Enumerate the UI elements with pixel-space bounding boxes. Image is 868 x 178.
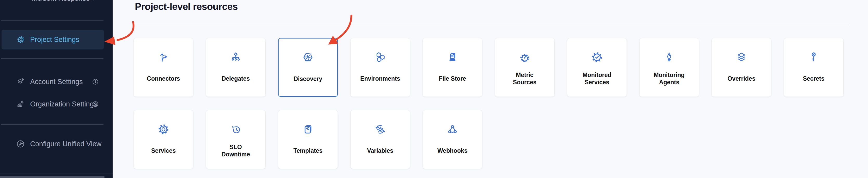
resource-card-label: Services <box>136 143 191 159</box>
resource-card-label: Monitored Services <box>569 70 624 87</box>
resource-card-label: File Store <box>425 70 480 87</box>
resource-card-webhooks[interactable]: Webhooks <box>423 110 482 169</box>
resource-card-templates[interactable]: Templates <box>278 110 338 169</box>
resource-card-secrets[interactable]: Secrets <box>784 38 844 97</box>
page-title: Project-level resources <box>135 1 238 12</box>
variables-icon <box>374 123 386 135</box>
environments-icon <box>374 51 386 63</box>
resource-card-label: Overrides <box>714 70 769 87</box>
sidebar-item-organization-settings[interactable]: Organization Settings <box>0 96 113 112</box>
resource-card-delegates[interactable]: Delegates <box>206 38 266 97</box>
resource-card-variables[interactable]: Variables <box>350 110 410 169</box>
organization-settings-icon <box>17 100 25 108</box>
resource-card-label: Connectors <box>136 70 191 87</box>
secrets-key-icon <box>808 51 820 63</box>
resource-card-label: Discovery <box>281 71 335 87</box>
account-settings-layers-icon <box>17 78 25 86</box>
sidebar-item-configure-unified-view[interactable]: Configure Unified View <box>0 136 113 152</box>
sidebar-item-project-settings[interactable]: Project Settings <box>2 30 104 50</box>
resource-card-label: Environments <box>353 70 408 87</box>
resource-card-services[interactable]: Services <box>133 110 193 169</box>
resource-card-slo-downtime[interactable]: SLO Downtime <box>206 110 266 169</box>
connectors-icon <box>157 51 169 63</box>
gear-icon <box>17 35 25 44</box>
resource-card-label: Webhooks <box>425 143 480 159</box>
resource-card-label: Secrets <box>786 70 841 87</box>
sidebar-divider <box>1 124 103 125</box>
sidebar-divider <box>1 20 103 21</box>
metric-sources-icon <box>519 51 531 63</box>
sidebar-divider <box>1 58 103 59</box>
resource-card-label: Monitoring Agents <box>642 70 697 87</box>
webhooks-icon <box>446 123 458 135</box>
discovery-icon <box>302 51 314 63</box>
sidebar-horizontal-scrollbar[interactable] <box>0 176 104 178</box>
resource-card-metric-sources[interactable]: Metric Sources <box>495 38 555 97</box>
main-content: Project-level resources Connectors <box>114 0 868 178</box>
resource-card-label: Delegates <box>208 70 263 87</box>
resource-card-label: Variables <box>353 143 408 159</box>
slo-downtime-icon <box>230 123 242 135</box>
sidebar-item-label: Account Settings <box>30 78 83 86</box>
templates-icon <box>302 123 314 135</box>
sidebar: Incident Response Project Settings <box>0 0 113 178</box>
sidebar-divider <box>0 174 113 174</box>
incident-response-icon <box>19 0 27 2</box>
title-divider <box>134 25 849 25</box>
sidebar-item-label: Incident Response <box>32 0 90 3</box>
services-gear-icon <box>157 123 169 135</box>
resource-card-grid: Connectors Delegates <box>133 38 844 169</box>
sidebar-item-label: Configure Unified View <box>30 140 101 148</box>
sidebar-item-label: Organization Settings <box>30 100 97 108</box>
resource-card-discovery[interactable]: Discovery <box>278 38 338 97</box>
resource-card-environments[interactable]: Environments <box>350 38 410 97</box>
monitoring-agents-icon <box>663 51 675 63</box>
info-icon[interactable] <box>91 100 99 108</box>
delegates-icon <box>230 51 242 63</box>
info-icon[interactable] <box>91 78 99 86</box>
sidebar-item-incident-response[interactable]: Incident Response <box>0 0 113 6</box>
resource-card-monitoring-agents[interactable]: Monitoring Agents <box>639 38 699 97</box>
sidebar-item-label: Project Settings <box>30 36 79 44</box>
chevron-right-icon <box>90 0 97 2</box>
resource-card-overrides[interactable]: Overrides <box>712 38 771 97</box>
resource-card-label: Templates <box>280 143 336 159</box>
resource-card-label: Metric Sources <box>497 70 552 87</box>
wrench-circle-icon <box>16 140 25 148</box>
resource-card-monitored-services[interactable]: Monitored Services <box>567 38 627 97</box>
resource-card-file-store[interactable]: File Store <box>423 38 482 97</box>
overrides-layers-icon <box>736 51 747 63</box>
resource-card-label: SLO Downtime <box>208 143 263 159</box>
sidebar-item-account-settings[interactable]: Account Settings <box>0 74 113 90</box>
resource-card-connectors[interactable]: Connectors <box>133 38 193 97</box>
file-store-icon <box>446 51 458 63</box>
monitored-services-icon <box>591 51 603 63</box>
